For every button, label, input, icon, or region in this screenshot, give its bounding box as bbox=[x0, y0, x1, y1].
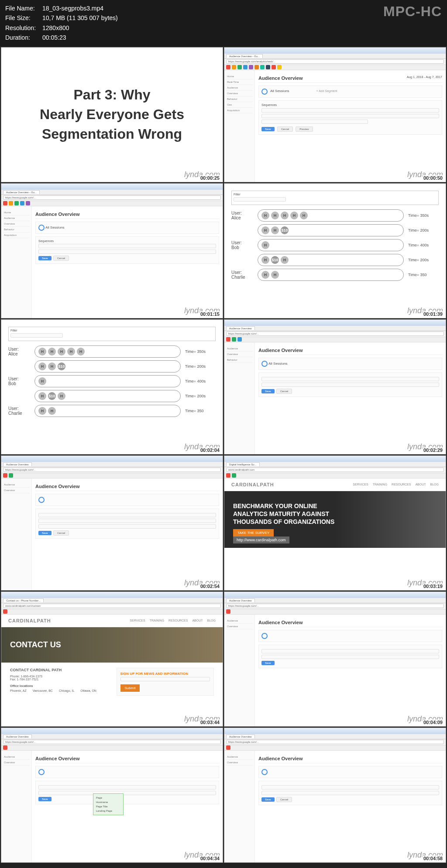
resolution-label: Resolution: bbox=[5, 23, 42, 33]
url-overlay: http://www.cardinalpath.com bbox=[233, 537, 289, 543]
thumbnail-3[interactable]: Audience Overview - Go... https://www.go… bbox=[1, 183, 223, 318]
browser-tab[interactable]: Audience Overview - Go... bbox=[226, 54, 263, 58]
filename-label: File Name: bbox=[5, 3, 42, 13]
submit-button[interactable]: Submit bbox=[120, 684, 140, 692]
duration-label: Duration: bbox=[5, 33, 42, 42]
resolution-value: 1280x800 bbox=[42, 23, 69, 33]
main-nav[interactable]: SERVICESTRAININGRESOURCESABOUTBLOG bbox=[353, 483, 439, 486]
dropdown-menu[interactable]: PageHostnamePage TitleLanding Page bbox=[93, 793, 124, 815]
preview-button[interactable]: Preview bbox=[296, 126, 313, 132]
thumbnail-10[interactable]: Audience Overview https://www.google.com… bbox=[224, 591, 446, 727]
thumbnail-9[interactable]: Contact us - Phone Number... www.cardina… bbox=[1, 591, 223, 727]
cancel-button[interactable]: Cancel bbox=[277, 126, 293, 132]
thumbnail-5[interactable]: Filter User: AliceHHHHHTime= 350sHH$10Ti… bbox=[1, 319, 223, 455]
ga-sidebar[interactable]: HomeReal-TimeAudienceOverviewBehaviorGeo… bbox=[224, 70, 255, 182]
thumbnail-grid: Part 3: Why Nearly Everyone Gets Segment… bbox=[0, 46, 447, 864]
filesize-value: 10,7 MB (11 305 007 bytes) bbox=[42, 13, 118, 23]
thumbnail-11[interactable]: Audience Overview https://www.google.com… bbox=[1, 728, 223, 863]
app-name: MPC-HC bbox=[383, 3, 442, 20]
hero-title: BENCHMARK YOUR ONLINE ANALYTICS MATURITY… bbox=[233, 502, 342, 526]
cta-button[interactable]: TAKE THE SURVEY bbox=[233, 529, 274, 537]
timestamp: 00:00:25 bbox=[199, 175, 221, 181]
thumbnail-12[interactable]: Audience Overview https://www.google.com… bbox=[224, 728, 446, 863]
bookmarks-bar bbox=[224, 65, 446, 70]
duration-value: 00:05:23 bbox=[42, 33, 66, 42]
thumbnail-2[interactable]: Audience Overview - Go... https://www.go… bbox=[224, 47, 446, 182]
slide-title: Part 3: Why Nearly Everyone Gets Segment… bbox=[40, 85, 184, 144]
timestamp: 00:00:50 bbox=[422, 175, 444, 181]
save-button[interactable]: Save bbox=[261, 127, 275, 131]
thumbnail-7[interactable]: Audience Overview https://www.google.com… bbox=[1, 455, 223, 591]
file-info-header: File Name:18_03-segprobs3.mp4 File Size:… bbox=[0, 0, 447, 46]
page-title: Audience Overview bbox=[258, 75, 303, 81]
segment-circle-icon bbox=[261, 89, 268, 95]
thumbnail-4[interactable]: Filter User: AliceHHHHHTime= 350sHH$10Ti… bbox=[224, 183, 446, 318]
thumbnail-8[interactable]: Digital Intelligence So... www.cardinalp… bbox=[224, 455, 446, 591]
cardinalpath-logo: CARDINALPATH bbox=[231, 482, 274, 487]
thumbnail-1[interactable]: Part 3: Why Nearly Everyone Gets Segment… bbox=[1, 47, 223, 182]
filesize-label: File Size: bbox=[5, 13, 42, 23]
window-titlebar bbox=[224, 48, 446, 54]
filename-value: 18_03-segprobs3.mp4 bbox=[42, 3, 103, 13]
url-bar[interactable]: https://www.google.com/analytics/web/... bbox=[226, 59, 444, 64]
thumbnail-6[interactable]: Audience Overview https://www.google.com… bbox=[224, 319, 446, 455]
contact-hero: CONTACT US bbox=[1, 627, 223, 663]
